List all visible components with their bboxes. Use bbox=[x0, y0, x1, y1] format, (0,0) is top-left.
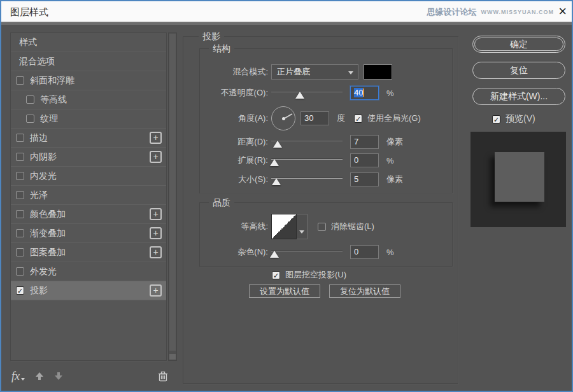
contour-label: 等高线: bbox=[200, 221, 268, 232]
sidebar-item-color-overlay[interactable]: 颜色叠加+ bbox=[11, 205, 166, 224]
sidebar-item-inner-glow[interactable]: 内发光 bbox=[11, 167, 166, 186]
angle-input[interactable]: 30 bbox=[301, 111, 329, 125]
slider-thumb[interactable] bbox=[273, 141, 282, 148]
distance-value: 7 bbox=[354, 137, 358, 146]
checkbox-checked[interactable]: ✓ bbox=[16, 286, 24, 295]
titlebar-shadow-band bbox=[1, 22, 572, 25]
noise-input[interactable]: 0 bbox=[350, 245, 379, 259]
checkbox-unchecked[interactable] bbox=[16, 191, 24, 199]
noise-label: 杂色(N): bbox=[200, 246, 268, 258]
blend-mode-label: 混合模式: bbox=[200, 66, 268, 78]
slider-thumb[interactable] bbox=[270, 251, 279, 258]
sidebar-item-contour[interactable]: 等高线 bbox=[11, 90, 166, 109]
opacity-slider[interactable] bbox=[271, 88, 343, 97]
slider-thumb[interactable] bbox=[270, 159, 279, 166]
checkbox-unchecked[interactable] bbox=[26, 95, 34, 104]
checkbox-unchecked[interactable] bbox=[16, 210, 24, 218]
fx-menu-button[interactable]: fx bbox=[11, 370, 20, 383]
checkbox-unchecked[interactable] bbox=[26, 115, 34, 123]
ok-button[interactable]: 确定 bbox=[472, 36, 565, 53]
slider-thumb[interactable] bbox=[295, 92, 304, 99]
sidebar-item-inner-shadow[interactable]: 内阴影+ bbox=[11, 148, 166, 167]
add-effect-button[interactable]: + bbox=[150, 132, 162, 144]
opacity-input[interactable]: 40 bbox=[350, 86, 379, 100]
close-icon[interactable]: × bbox=[558, 3, 567, 20]
effects-list: 样式 混合选项 斜面和浮雕 等高线 纹理 描边+ 内阴影+ 内发光 光泽 颜色叠… bbox=[10, 32, 167, 361]
distance-unit: 像素 bbox=[386, 136, 403, 148]
spread-value: 0 bbox=[354, 155, 358, 165]
sidebar-item-styles[interactable]: 样式 bbox=[11, 33, 166, 52]
noise-slider[interactable] bbox=[271, 248, 343, 256]
sidebar-item-texture[interactable]: 纹理 bbox=[11, 109, 166, 129]
checkbox-unchecked[interactable] bbox=[16, 267, 24, 276]
sidebar-item-bevel-emboss[interactable]: 斜面和浮雕 bbox=[11, 71, 166, 90]
spread-input[interactable]: 0 bbox=[350, 153, 379, 167]
add-effect-button[interactable]: + bbox=[150, 284, 162, 297]
checkbox-unchecked[interactable] bbox=[16, 248, 24, 256]
checkbox-unchecked[interactable] bbox=[16, 76, 24, 85]
reset-default-button[interactable]: 复位为默认值 bbox=[329, 284, 400, 298]
add-effect-button[interactable]: + bbox=[150, 246, 162, 258]
layer-style-dialog: 图层样式 思缘设计论坛 WWW.MISSYUAN.COM × 样式 混合选项 斜… bbox=[0, 0, 573, 392]
effects-footer-bar: fx bbox=[11, 368, 172, 384]
preview-option[interactable]: ✓ 预览(V) bbox=[492, 113, 535, 125]
antialias-option[interactable]: 消除锯齿(L) bbox=[318, 221, 374, 232]
checkbox-checked[interactable]: ✓ bbox=[272, 271, 280, 279]
scrollbar-thumb[interactable] bbox=[169, 34, 176, 351]
distance-input[interactable]: 7 bbox=[350, 135, 379, 149]
style-preview-thumbnail bbox=[470, 132, 566, 227]
size-slider[interactable] bbox=[271, 175, 343, 184]
reset-default-label: 复位为默认值 bbox=[340, 286, 390, 297]
fx-caret-icon bbox=[21, 378, 25, 381]
add-effect-button[interactable]: + bbox=[150, 208, 162, 220]
size-input[interactable]: 5 bbox=[350, 172, 379, 186]
angle-dial[interactable] bbox=[271, 106, 295, 130]
blend-mode-row: 混合模式: 正片叠底 bbox=[200, 64, 448, 80]
checkbox-unchecked[interactable] bbox=[16, 134, 24, 142]
delete-effect-icon[interactable] bbox=[158, 371, 168, 382]
shadow-color-swatch[interactable] bbox=[364, 64, 392, 80]
distance-slider[interactable] bbox=[271, 137, 343, 146]
opacity-value: 40 bbox=[354, 88, 363, 97]
sidebar-item-outer-glow[interactable]: 外发光 bbox=[11, 262, 166, 281]
spread-slider[interactable] bbox=[271, 156, 343, 165]
checkbox-checked[interactable]: ✓ bbox=[354, 115, 362, 123]
checkbox-unchecked[interactable] bbox=[318, 223, 326, 231]
checkbox-unchecked[interactable] bbox=[16, 153, 24, 161]
slider-track bbox=[271, 178, 343, 179]
checkbox-unchecked[interactable] bbox=[16, 229, 24, 237]
angle-center-dot bbox=[282, 117, 285, 120]
sidebar-item-stroke[interactable]: 描边+ bbox=[11, 129, 166, 148]
panel-title: 投影 bbox=[199, 31, 224, 43]
drop-shadow-panel: 投影 结构 混合模式: 正片叠底 不透明度(O): 40 % 角度(A): bbox=[183, 36, 458, 384]
set-default-button[interactable]: 设置为默认值 bbox=[249, 284, 320, 298]
sidebar-item-gradient-overlay[interactable]: 渐变叠加+ bbox=[11, 224, 166, 243]
effects-list-scrollbar[interactable] bbox=[168, 32, 177, 361]
new-style-button[interactable]: 新建样式(W)... bbox=[472, 88, 565, 105]
item-label: 等高线 bbox=[40, 94, 67, 106]
sidebar-item-satin[interactable]: 光泽 bbox=[11, 186, 166, 205]
slider-track bbox=[271, 250, 343, 251]
move-up-icon[interactable] bbox=[35, 372, 44, 381]
reset-button[interactable]: 复位 bbox=[472, 62, 565, 79]
sidebar-item-blending-options[interactable]: 混合选项 bbox=[11, 52, 166, 71]
contour-thumbnail[interactable] bbox=[271, 214, 297, 239]
noise-row: 杂色(N): 0 % bbox=[200, 244, 448, 260]
global-light-option[interactable]: ✓ 使用全局光(G) bbox=[354, 113, 421, 124]
text-caret bbox=[363, 88, 364, 97]
dialog-title: 图层样式 bbox=[10, 1, 48, 22]
sidebar-item-pattern-overlay[interactable]: 图案叠加+ bbox=[11, 243, 166, 262]
global-light-label: 使用全局光(G) bbox=[367, 113, 421, 124]
slider-thumb[interactable] bbox=[272, 178, 281, 185]
opacity-label: 不透明度(O): bbox=[200, 87, 268, 99]
sidebar-item-drop-shadow[interactable]: ✓投影+ bbox=[11, 281, 166, 300]
move-down-icon[interactable] bbox=[54, 372, 63, 381]
add-effect-button[interactable]: + bbox=[150, 227, 162, 239]
layer-knockout-option[interactable]: ✓ 图层挖空投影(U) bbox=[272, 269, 346, 281]
contour-picker-button[interactable] bbox=[297, 214, 308, 239]
add-effect-button[interactable]: + bbox=[150, 151, 162, 163]
distance-label: 距离(D): bbox=[200, 136, 268, 148]
blend-mode-select[interactable]: 正片叠底 bbox=[271, 64, 358, 80]
checkbox-checked[interactable]: ✓ bbox=[492, 115, 500, 123]
checkbox-unchecked[interactable] bbox=[16, 172, 24, 180]
